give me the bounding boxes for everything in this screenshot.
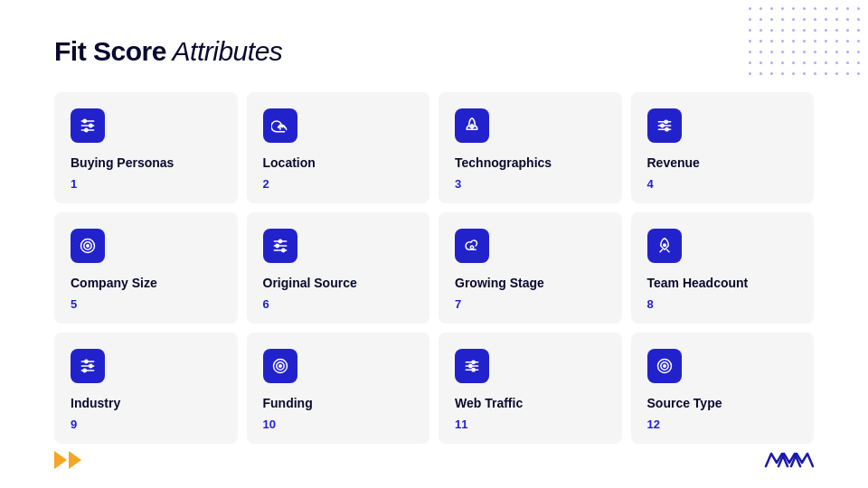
attribute-card-technographics[interactable]: Technographics3 (439, 92, 622, 203)
page-title: Fit Score Attributes (54, 36, 814, 67)
attribute-card-source-type[interactable]: Source Type12 (631, 333, 815, 444)
attribute-card-original-source[interactable]: Original Source6 (247, 212, 430, 324)
attribute-card-revenue[interactable]: Revenue4 (631, 92, 815, 203)
dot-grid-decoration (741, 0, 868, 72)
attribute-name: Company Size (71, 276, 222, 290)
svg-point-22 (470, 246, 473, 249)
attribute-card-funding[interactable]: Funding10 (247, 333, 430, 444)
attribute-name: Funding (263, 396, 414, 410)
svg-point-10 (665, 120, 667, 123)
attribute-number: 12 (647, 418, 798, 431)
attributes-grid: Buying Personas1Location2Technographics3… (54, 92, 814, 444)
attribute-number: 8 (647, 297, 798, 311)
attribute-name: Original Source (263, 276, 414, 290)
svg-point-5 (85, 128, 88, 131)
attribute-name: Buying Personas (71, 155, 222, 170)
svg-point-38 (472, 369, 475, 371)
svg-point-21 (281, 249, 284, 251)
cloud-circle-icon (455, 229, 489, 263)
rocket2-icon (647, 229, 682, 263)
attribute-number: 6 (263, 297, 414, 311)
cloud-upload-icon (263, 108, 297, 143)
svg-point-12 (665, 128, 667, 131)
svg-point-6 (471, 125, 474, 127)
svg-point-41 (663, 365, 665, 368)
page-container: Fit Score Attributes Buying Personas1Loc… (0, 0, 868, 488)
attribute-number: 11 (455, 418, 606, 431)
attribute-name: Industry (71, 396, 222, 410)
svg-point-23 (663, 244, 665, 247)
sliders2-icon (263, 229, 297, 263)
svg-point-19 (278, 239, 281, 242)
svg-point-4 (90, 124, 92, 127)
filter-sliders-icon (647, 108, 682, 143)
attribute-number: 7 (455, 297, 606, 311)
svg-point-20 (276, 244, 278, 247)
attribute-card-web-traffic[interactable]: Web Traffic11 (439, 333, 622, 444)
attribute-name: Team Headcount (647, 276, 798, 290)
svg-point-36 (472, 361, 475, 363)
attribute-name: Source Type (647, 396, 798, 410)
svg-point-11 (660, 124, 663, 127)
attribute-name: Location (263, 155, 414, 170)
attribute-name: Technographics (455, 155, 606, 170)
attribute-number: 3 (455, 177, 606, 191)
attribute-name: Growing Stage (455, 276, 606, 290)
target-icon (71, 229, 105, 263)
svg-point-29 (83, 369, 86, 371)
attribute-number: 5 (71, 297, 222, 311)
svg-point-28 (90, 364, 92, 367)
attribute-card-industry[interactable]: Industry9 (54, 333, 238, 444)
svg-point-27 (85, 360, 88, 362)
attribute-name: Revenue (647, 155, 798, 170)
attribute-number: 2 (263, 177, 414, 191)
attribute-number: 4 (647, 177, 798, 191)
svg-point-32 (278, 365, 281, 368)
attribute-card-growing-stage[interactable]: Growing Stage7 (439, 212, 622, 324)
rocket-icon (455, 108, 489, 143)
target3-icon (647, 349, 682, 383)
filter2-icon (455, 349, 489, 383)
attribute-number: 9 (71, 418, 222, 431)
attribute-number: 10 (263, 418, 414, 431)
attribute-number: 1 (71, 177, 222, 191)
attribute-card-company-size[interactable]: Company Size5 (54, 212, 238, 324)
bottom-bar (54, 450, 814, 470)
sliders-icon (71, 108, 105, 143)
target2-icon (263, 349, 297, 383)
attribute-card-buying-personas[interactable]: Buying Personas1 (54, 92, 238, 203)
svg-point-15 (87, 245, 90, 248)
sliders3-icon (71, 349, 105, 383)
svg-point-3 (83, 119, 86, 122)
attribute-card-location[interactable]: Location2 (247, 92, 430, 203)
attribute-card-team-headcount[interactable]: Team Headcount8 (631, 212, 815, 324)
attribute-name: Web Traffic (455, 396, 606, 410)
forward-icon[interactable] (54, 451, 81, 469)
logo-mark (764, 450, 814, 470)
svg-point-37 (469, 364, 472, 367)
